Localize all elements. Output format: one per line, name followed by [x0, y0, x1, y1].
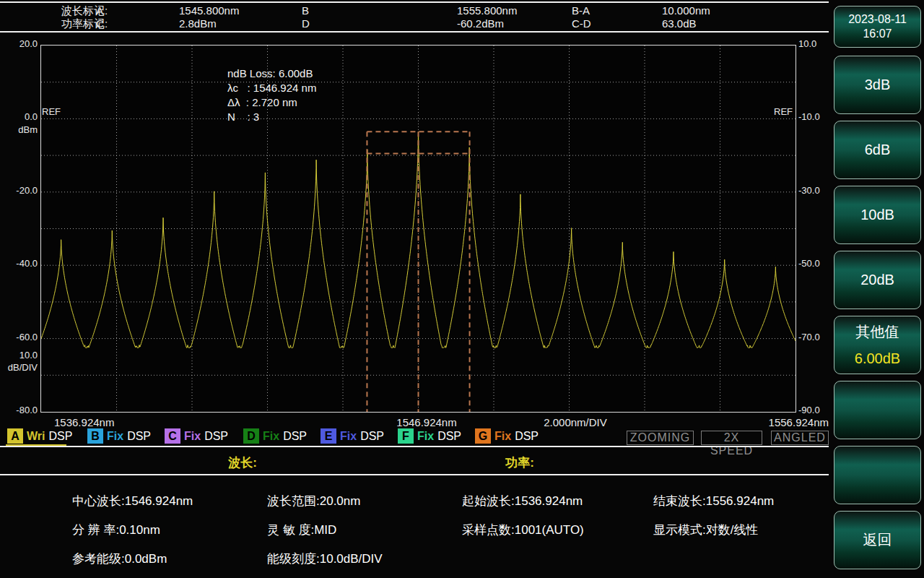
datetime-button-label: 2023-08-11	[848, 12, 907, 27]
trace-dsp-label: DSP	[360, 430, 384, 443]
trace-dsp-label: DSP	[48, 430, 72, 443]
trace-a-selector[interactable]: AWriDSP	[7, 428, 72, 444]
x-axis-center-label: 1546.924nm	[396, 416, 456, 428]
y-axis-right-tick: -90.0	[798, 405, 836, 415]
trace-dsp-label: DSP	[127, 430, 151, 443]
trace-f-selector[interactable]: FFixDSP	[398, 428, 461, 444]
status-flag-angled: ANGLED	[771, 431, 829, 445]
6db-button[interactable]: 6dB	[834, 121, 921, 179]
trace-mode-label: Fix	[340, 430, 357, 443]
ndb-marker-lines	[367, 131, 469, 412]
x-axis-scale-label: 2.000nm/DIV	[544, 416, 607, 428]
y-axis-right-tick: 10.0	[798, 38, 836, 49]
param-center-wavelength: 中心波长:1546.924nm	[72, 493, 193, 509]
x-axis-start-label: 1536.924nm	[54, 416, 114, 428]
10db-button[interactable]: 10dB	[834, 186, 921, 244]
status-flag-2x-speed: 2X SPEED	[701, 431, 762, 445]
marker-ba-value: 10.000nm	[662, 4, 710, 17]
back-button[interactable]: 返回	[834, 511, 921, 569]
6db-button-label: 6dB	[865, 141, 891, 159]
other-value-button-label: 其他值	[856, 323, 899, 341]
wavelength-section-header: 波长:	[228, 454, 257, 471]
trace-mode-label: Wri	[27, 430, 45, 443]
3db-button[interactable]: 3dB	[834, 56, 921, 114]
ndb-annotation-line: ndB Loss: 6.00dB	[227, 66, 316, 81]
trace-g-badge: G	[475, 428, 491, 444]
trace-d-badge: D	[243, 428, 259, 444]
trace-mode-label: Fix	[184, 430, 201, 443]
param-ref-level: 参考能级:0.0dBm	[72, 551, 167, 567]
param-display-mode: 显示模式:对数/线性	[653, 522, 758, 538]
ref-marker-left: REF	[42, 106, 61, 117]
spectrum-plot-area	[40, 45, 796, 413]
marker-cd-value: 63.0dB	[662, 17, 697, 30]
trace-b-selector[interactable]: BFixDSP	[87, 428, 151, 444]
param-sensitivity: 灵 敏 度:MID	[267, 522, 336, 538]
header-bottom-divider	[0, 31, 829, 33]
trace-row-divider	[0, 446, 829, 447]
trace-g-selector[interactable]: GFixDSP	[475, 428, 539, 444]
other-value-button-label-2: 6.00dB	[855, 350, 900, 368]
y-axis-right-tick: -10.0	[798, 111, 836, 122]
trace-f-badge: F	[398, 428, 414, 444]
y-axis-left-unit: dBm	[0, 124, 38, 135]
marker-cd-label: C-D	[572, 17, 591, 30]
power-section-header: 功率:	[505, 454, 534, 471]
y-axis-left-tick: -60.0	[0, 332, 38, 342]
param-level-scale: 能级刻度:10.0dB/DIV	[267, 551, 383, 567]
y-axis-left-tick: -80.0	[0, 405, 38, 415]
y-axis-scale-unit: dB/DIV	[0, 362, 38, 373]
marker-ba-label: B-A	[572, 4, 590, 17]
trace-mode-label: Fix	[417, 430, 434, 443]
param-resolution: 分 辨 率:0.10nm	[72, 522, 160, 538]
y-axis-right-tick: -50.0	[798, 258, 836, 269]
trace-b-badge: B	[87, 428, 103, 444]
trace-c-badge: C	[165, 428, 180, 444]
y-axis-left-tick: 20.0	[0, 38, 38, 49]
trace-dsp-label: DSP	[437, 430, 461, 443]
10db-button-label: 10dB	[860, 206, 894, 224]
trace-mode-label: Fix	[263, 430, 279, 443]
param-sampling-points: 采样点数:1001(AUTO)	[462, 522, 584, 538]
blank-button-2[interactable]	[834, 446, 921, 504]
blank-button-1[interactable]	[834, 381, 921, 439]
marker-d-letter: D	[302, 17, 310, 30]
back-button-label: 返回	[863, 531, 892, 549]
spectrum-svg	[41, 46, 796, 412]
trace-dsp-label: DSP	[515, 430, 539, 443]
y-axis-right-tick: -70.0	[798, 332, 836, 342]
x-axis-stop-label: 1556.924nm	[769, 416, 829, 428]
trace-dsp-label: DSP	[283, 430, 307, 443]
ndb-annotation: ndB Loss: 6.00dBλc : 1546.924 nmΔλ : 2.7…	[227, 66, 316, 124]
20db-button[interactable]: 20dB	[834, 251, 921, 309]
trace-mode-label: Fix	[494, 430, 511, 443]
marker-b-letter: B	[302, 4, 309, 17]
trace-mode-label: Fix	[107, 430, 123, 443]
osa-screen: 波长标记: A 1545.800nm B 1555.800nm B-A 10.0…	[0, 0, 924, 578]
other-value-button[interactable]: 其他值6.00dB	[834, 316, 921, 374]
y-axis-scale-value: 10.0	[0, 350, 38, 361]
marker-b-value: 1555.800nm	[457, 4, 517, 17]
datetime-button-label-2: 16:07	[863, 27, 892, 41]
marker-c-value: 2.8dBm	[179, 17, 217, 30]
y-axis-right-tick: -30.0	[798, 185, 836, 196]
trace-a-badge: A	[7, 428, 23, 444]
marker-d-value: -60.2dBm	[457, 17, 504, 30]
marker-a-value: 1545.800nm	[179, 4, 239, 17]
trace-c-selector[interactable]: CFixDSP	[165, 428, 228, 444]
trace-dsp-label: DSP	[204, 430, 228, 443]
y-axis-left-tick: 0.0	[0, 111, 38, 122]
marker-c-letter: C	[96, 17, 104, 30]
y-axis-left-tick: -40.0	[0, 258, 38, 269]
section-header-divider	[0, 474, 829, 475]
param-span: 波长范围:20.0nm	[267, 493, 360, 509]
3db-button-label: 3dB	[865, 76, 891, 94]
datetime-button[interactable]: 2023-08-1116:07	[834, 6, 921, 48]
20db-button-label: 20dB	[860, 271, 894, 289]
param-stop-wavelength: 结束波长:1556.924nm	[653, 493, 774, 509]
trace-e-selector[interactable]: EFixDSP	[321, 428, 384, 444]
marker-a-letter: A	[96, 4, 103, 17]
y-axis-left-tick: -20.0	[0, 185, 38, 196]
status-flag-zooming: ZOOMING	[627, 431, 694, 445]
trace-d-selector[interactable]: DFixDSP	[243, 428, 307, 444]
